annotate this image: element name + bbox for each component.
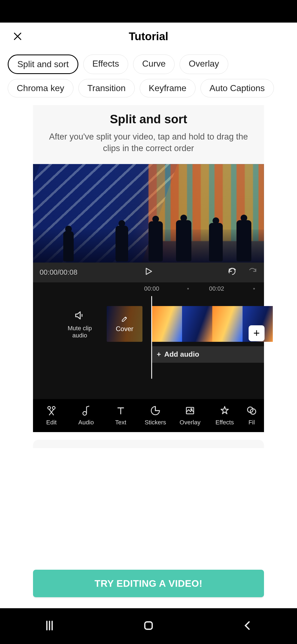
add-audio-button[interactable]: + Add audio [152, 346, 264, 363]
undo-icon[interactable] [228, 267, 237, 277]
tool-effects[interactable]: Effects [207, 405, 242, 426]
tool-filters[interactable]: Fil [242, 405, 261, 426]
playhead[interactable] [151, 296, 152, 379]
next-tutorial-card-peek[interactable] [33, 440, 264, 448]
chip-auto-captions[interactable]: Auto Captions [200, 79, 274, 97]
ruler-tick-1: 00:02 [209, 285, 224, 292]
chip-curve[interactable]: Curve [133, 54, 175, 74]
chip-chroma-key[interactable]: Chroma key [8, 79, 73, 97]
cover-button[interactable]: Cover [107, 306, 142, 342]
tutorial-card: Split and sort After you've split your v… [33, 105, 264, 432]
player-controls: 00:00/00:08 [33, 263, 264, 282]
chip-keyframe[interactable]: Keyframe [140, 79, 196, 97]
svg-point-2 [83, 411, 86, 415]
close-icon[interactable] [11, 30, 24, 43]
timeline-ruler[interactable]: 00:00 • 00:02 • [33, 282, 264, 294]
chip-split-and-sort[interactable]: Split and sort [8, 54, 78, 74]
mute-clip-audio-button[interactable]: Mute clip audio [63, 310, 96, 339]
clip-track[interactable]: + [152, 306, 264, 342]
add-clip-button[interactable]: + [249, 325, 265, 341]
chip-overlay[interactable]: Overlay [180, 54, 228, 74]
tutorial-card-description: After you've split your video, tap and h… [44, 131, 253, 154]
android-nav-bar [0, 608, 297, 644]
tool-text[interactable]: Text [103, 405, 138, 426]
svg-point-1 [52, 406, 55, 409]
svg-rect-7 [145, 622, 152, 629]
header: Tutorial [0, 23, 297, 50]
editor-preview-screenshot: 00:00/00:08 00:00 • 00:02 • [33, 164, 264, 432]
back-icon[interactable] [241, 619, 254, 633]
tutorial-chip-row: Split and sort Effects Curve Overlay Chr… [0, 50, 297, 97]
home-icon[interactable] [142, 619, 155, 633]
ruler-tick-0: 00:00 [144, 285, 159, 292]
tool-edit[interactable]: Edit [34, 405, 69, 426]
status-bar [0, 0, 297, 23]
editor-tool-row: Edit Audio Text Stickers [33, 399, 264, 432]
redo-icon[interactable] [248, 267, 257, 277]
tool-audio[interactable]: Audio [69, 405, 103, 426]
play-icon[interactable] [144, 267, 153, 278]
chip-effects[interactable]: Effects [83, 54, 128, 74]
page-title: Tutorial [0, 30, 297, 43]
plus-icon: + [157, 350, 161, 359]
playback-time: 00:00/00:08 [40, 268, 77, 277]
tool-stickers[interactable]: Stickers [138, 405, 173, 426]
svg-point-4 [191, 408, 192, 410]
tool-overlay[interactable]: Overlay [173, 405, 207, 426]
recents-icon[interactable] [43, 619, 56, 633]
video-preview [33, 164, 264, 263]
try-editing-button[interactable]: TRY EDITING A VIDEO! [33, 570, 264, 597]
chip-transition[interactable]: Transition [78, 79, 135, 97]
tutorial-card-title: Split and sort [44, 112, 253, 126]
svg-point-0 [48, 406, 51, 409]
timeline[interactable]: Mute clip audio Cover + [33, 294, 264, 399]
